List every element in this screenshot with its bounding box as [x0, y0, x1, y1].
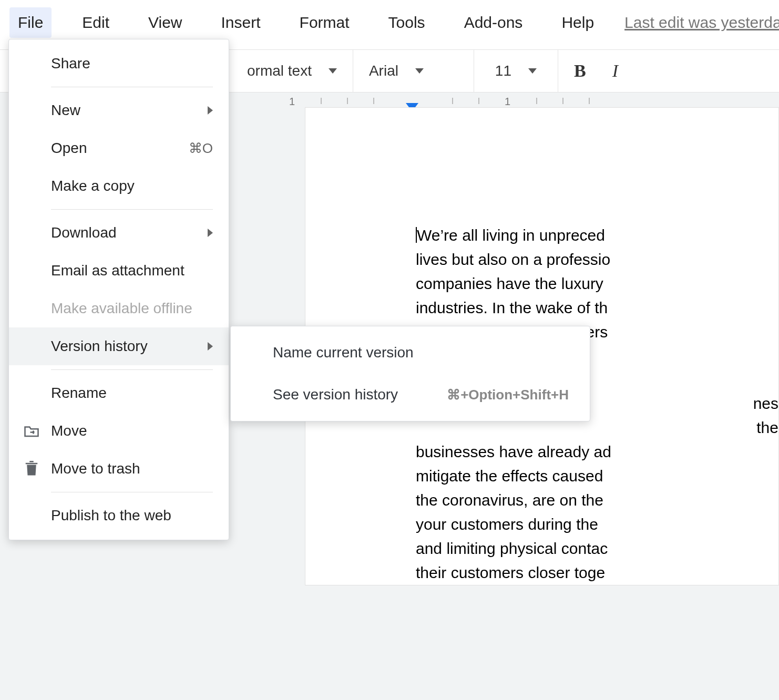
menu-file[interactable]: File	[9, 7, 52, 38]
italic-button[interactable]: I	[612, 61, 618, 81]
divider	[51, 492, 213, 492]
submenu-see-version-history[interactable]: See version history ⌘+Option+Shift+H	[231, 374, 590, 416]
chevron-down-icon	[329, 68, 337, 74]
file-menu-share[interactable]: Share	[9, 45, 229, 83]
file-menu-email-attachment[interactable]: Email as attachment	[9, 252, 229, 290]
file-menu-make-copy[interactable]: Make a copy	[9, 167, 229, 205]
submenu-name-current-version[interactable]: Name current version	[231, 332, 590, 374]
menu-format[interactable]: Format	[291, 7, 358, 38]
ruler-tick-1: 1	[289, 96, 295, 108]
file-menu-offline: Make available offline	[9, 290, 229, 327]
file-menu-move[interactable]: Move	[9, 412, 229, 450]
file-menu-trash[interactable]: Move to trash	[9, 450, 229, 488]
shortcut-label: ⌘O	[189, 140, 213, 157]
menu-edit[interactable]: Edit	[74, 7, 118, 38]
file-menu-open[interactable]: Open ⌘O	[9, 129, 229, 167]
shortcut-label: ⌘+Option+Shift+H	[447, 387, 569, 403]
file-menu-publish[interactable]: Publish to the web	[9, 497, 229, 534]
file-menu: Share New Open ⌘O Make a copy Download E…	[8, 39, 229, 540]
size-selector[interactable]: 11	[474, 50, 558, 92]
chevron-down-icon	[528, 68, 537, 74]
format-buttons: B I	[558, 50, 634, 92]
font-selector[interactable]: Arial	[353, 50, 474, 92]
menu-tools[interactable]: Tools	[380, 7, 434, 38]
submenu-arrow-icon	[208, 106, 213, 115]
last-edit-link[interactable]: Last edit was yesterda	[624, 14, 779, 32]
font-label: Arial	[369, 63, 398, 79]
menu-insert[interactable]: Insert	[213, 7, 269, 38]
chevron-down-icon	[415, 68, 424, 74]
folder-move-icon	[23, 422, 40, 440]
divider	[51, 209, 213, 210]
trash-icon	[23, 460, 40, 478]
menu-view[interactable]: View	[140, 7, 190, 38]
divider	[51, 87, 213, 87]
version-history-submenu: Name current version See version history…	[230, 326, 590, 421]
size-label: 11	[495, 63, 511, 79]
file-menu-download[interactable]: Download	[9, 214, 229, 252]
submenu-arrow-icon	[208, 342, 213, 351]
file-menu-new[interactable]: New	[9, 91, 229, 129]
style-selector[interactable]: ormal text	[231, 50, 353, 92]
divider	[51, 369, 213, 370]
menu-help[interactable]: Help	[553, 7, 602, 38]
file-menu-rename[interactable]: Rename	[9, 374, 229, 412]
bold-button[interactable]: B	[574, 61, 586, 81]
file-menu-version-history[interactable]: Version history	[9, 327, 229, 365]
style-label: ormal text	[247, 63, 312, 79]
submenu-arrow-icon	[208, 229, 213, 237]
menu-addons[interactable]: Add-ons	[456, 7, 531, 38]
ruler-tick-2: 1	[505, 96, 510, 108]
